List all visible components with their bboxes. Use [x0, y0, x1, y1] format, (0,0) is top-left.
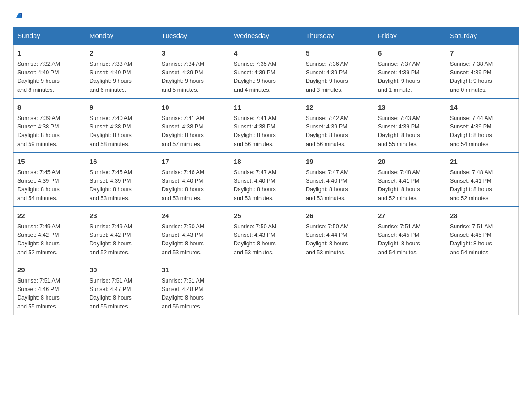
calendar-day-cell: [302, 261, 374, 315]
day-info: Sunrise: 7:49 AM Sunset: 4:42 PM Dayligh…: [17, 223, 82, 257]
day-number: 13: [378, 103, 442, 113]
calendar-week-row: 29 Sunrise: 7:51 AM Sunset: 4:46 PM Dayl…: [14, 261, 519, 315]
day-number: 2: [90, 48, 154, 59]
calendar-day-cell: 20 Sunrise: 7:48 AM Sunset: 4:41 PM Dayl…: [374, 153, 446, 207]
day-number: 27: [378, 211, 442, 221]
day-info: Sunrise: 7:33 AM Sunset: 4:40 PM Dayligh…: [90, 60, 154, 95]
day-number: 19: [306, 157, 370, 167]
day-info: Sunrise: 7:48 AM Sunset: 4:41 PM Dayligh…: [378, 168, 442, 203]
day-info: Sunrise: 7:34 AM Sunset: 4:39 PM Dayligh…: [162, 60, 226, 95]
day-number: 14: [450, 103, 515, 113]
day-number: 20: [378, 157, 442, 167]
day-info: Sunrise: 7:51 AM Sunset: 4:46 PM Dayligh…: [17, 277, 82, 312]
day-info: Sunrise: 7:50 AM Sunset: 4:43 PM Dayligh…: [162, 223, 226, 257]
calendar-day-cell: 16 Sunrise: 7:45 AM Sunset: 4:39 PM Dayl…: [86, 153, 158, 207]
day-info: Sunrise: 7:48 AM Sunset: 4:41 PM Dayligh…: [450, 168, 515, 203]
calendar-day-cell: 10 Sunrise: 7:41 AM Sunset: 4:38 PM Dayl…: [158, 98, 230, 153]
day-info: Sunrise: 7:41 AM Sunset: 4:38 PM Dayligh…: [162, 114, 226, 149]
day-info: Sunrise: 7:43 AM Sunset: 4:39 PM Dayligh…: [378, 114, 442, 149]
calendar-day-cell: 11 Sunrise: 7:41 AM Sunset: 4:38 PM Dayl…: [230, 98, 302, 153]
calendar-day-cell: 8 Sunrise: 7:39 AM Sunset: 4:38 PM Dayli…: [14, 98, 86, 153]
day-info: Sunrise: 7:51 AM Sunset: 4:45 PM Dayligh…: [450, 223, 515, 257]
logo: [13, 9, 24, 18]
day-number: 4: [234, 48, 298, 59]
calendar-day-cell: [446, 261, 519, 315]
day-info: Sunrise: 7:51 AM Sunset: 4:48 PM Dayligh…: [162, 277, 226, 312]
calendar-day-cell: 26 Sunrise: 7:50 AM Sunset: 4:44 PM Dayl…: [302, 207, 374, 261]
day-number: 6: [378, 48, 442, 59]
day-info: Sunrise: 7:46 AM Sunset: 4:40 PM Dayligh…: [162, 168, 226, 203]
day-number: 31: [162, 265, 226, 275]
day-info: Sunrise: 7:41 AM Sunset: 4:38 PM Dayligh…: [234, 114, 298, 149]
calendar-day-cell: 18 Sunrise: 7:47 AM Sunset: 4:40 PM Dayl…: [230, 153, 302, 207]
day-info: Sunrise: 7:37 AM Sunset: 4:39 PM Dayligh…: [378, 60, 442, 95]
calendar-day-cell: 29 Sunrise: 7:51 AM Sunset: 4:46 PM Dayl…: [14, 261, 86, 315]
calendar-day-cell: 1 Sunrise: 7:32 AM Sunset: 4:40 PM Dayli…: [14, 44, 86, 98]
calendar-day-cell: 19 Sunrise: 7:47 AM Sunset: 4:40 PM Dayl…: [302, 153, 374, 207]
day-of-week-header: Friday: [374, 27, 446, 45]
day-number: 15: [17, 157, 82, 167]
day-info: Sunrise: 7:39 AM Sunset: 4:38 PM Dayligh…: [17, 114, 82, 149]
calendar-day-cell: 4 Sunrise: 7:35 AM Sunset: 4:39 PM Dayli…: [230, 44, 302, 98]
logo-triangle-icon: [14, 10, 24, 20]
day-number: 3: [162, 48, 226, 59]
day-info: Sunrise: 7:38 AM Sunset: 4:39 PM Dayligh…: [450, 60, 515, 95]
calendar-week-row: 22 Sunrise: 7:49 AM Sunset: 4:42 PM Dayl…: [14, 207, 519, 261]
day-info: Sunrise: 7:35 AM Sunset: 4:39 PM Dayligh…: [234, 60, 298, 95]
day-number: 8: [17, 103, 82, 113]
day-info: Sunrise: 7:49 AM Sunset: 4:42 PM Dayligh…: [90, 223, 154, 257]
day-number: 16: [90, 157, 154, 167]
calendar-day-cell: 25 Sunrise: 7:50 AM Sunset: 4:43 PM Dayl…: [230, 207, 302, 261]
day-number: 11: [234, 103, 298, 113]
calendar-day-cell: [230, 261, 302, 315]
day-of-week-header: Saturday: [446, 27, 519, 45]
calendar-day-cell: 6 Sunrise: 7:37 AM Sunset: 4:39 PM Dayli…: [374, 44, 446, 98]
day-of-week-header: Thursday: [302, 27, 374, 45]
day-number: 24: [162, 211, 226, 221]
day-info: Sunrise: 7:50 AM Sunset: 4:43 PM Dayligh…: [234, 223, 298, 257]
day-number: 22: [17, 211, 82, 221]
calendar-week-row: 1 Sunrise: 7:32 AM Sunset: 4:40 PM Dayli…: [14, 44, 519, 98]
day-of-week-header: Monday: [86, 27, 158, 45]
page-header: [13, 9, 519, 18]
calendar-day-cell: 9 Sunrise: 7:40 AM Sunset: 4:38 PM Dayli…: [86, 98, 158, 153]
day-info: Sunrise: 7:36 AM Sunset: 4:39 PM Dayligh…: [306, 60, 370, 95]
day-number: 30: [90, 265, 154, 275]
day-number: 9: [90, 103, 154, 113]
day-info: Sunrise: 7:50 AM Sunset: 4:44 PM Dayligh…: [306, 223, 370, 257]
calendar-day-cell: [374, 261, 446, 315]
calendar-header-row: SundayMondayTuesdayWednesdayThursdayFrid…: [14, 27, 519, 45]
calendar-day-cell: 22 Sunrise: 7:49 AM Sunset: 4:42 PM Dayl…: [14, 207, 86, 261]
day-info: Sunrise: 7:44 AM Sunset: 4:39 PM Dayligh…: [450, 114, 515, 149]
calendar-day-cell: 2 Sunrise: 7:33 AM Sunset: 4:40 PM Dayli…: [86, 44, 158, 98]
calendar-day-cell: 12 Sunrise: 7:42 AM Sunset: 4:39 PM Dayl…: [302, 98, 374, 153]
calendar-day-cell: 5 Sunrise: 7:36 AM Sunset: 4:39 PM Dayli…: [302, 44, 374, 98]
day-number: 29: [17, 265, 82, 275]
day-number: 10: [162, 103, 226, 113]
day-number: 23: [90, 211, 154, 221]
day-info: Sunrise: 7:32 AM Sunset: 4:40 PM Dayligh…: [17, 60, 82, 95]
calendar-week-row: 15 Sunrise: 7:45 AM Sunset: 4:39 PM Dayl…: [14, 153, 519, 207]
calendar-table: SundayMondayTuesdayWednesdayThursdayFrid…: [13, 27, 519, 315]
day-info: Sunrise: 7:51 AM Sunset: 4:47 PM Dayligh…: [90, 277, 154, 312]
calendar-day-cell: 14 Sunrise: 7:44 AM Sunset: 4:39 PM Dayl…: [446, 98, 519, 153]
calendar-day-cell: 7 Sunrise: 7:38 AM Sunset: 4:39 PM Dayli…: [446, 44, 519, 98]
calendar-day-cell: 15 Sunrise: 7:45 AM Sunset: 4:39 PM Dayl…: [14, 153, 86, 207]
day-of-week-header: Wednesday: [230, 27, 302, 45]
calendar-day-cell: 3 Sunrise: 7:34 AM Sunset: 4:39 PM Dayli…: [158, 44, 230, 98]
calendar-day-cell: 13 Sunrise: 7:43 AM Sunset: 4:39 PM Dayl…: [374, 98, 446, 153]
day-info: Sunrise: 7:47 AM Sunset: 4:40 PM Dayligh…: [234, 168, 298, 203]
calendar-day-cell: 31 Sunrise: 7:51 AM Sunset: 4:48 PM Dayl…: [158, 261, 230, 315]
calendar-day-cell: 17 Sunrise: 7:46 AM Sunset: 4:40 PM Dayl…: [158, 153, 230, 207]
calendar-day-cell: 24 Sunrise: 7:50 AM Sunset: 4:43 PM Dayl…: [158, 207, 230, 261]
day-info: Sunrise: 7:47 AM Sunset: 4:40 PM Dayligh…: [306, 168, 370, 203]
day-number: 28: [450, 211, 515, 221]
calendar-day-cell: 23 Sunrise: 7:49 AM Sunset: 4:42 PM Dayl…: [86, 207, 158, 261]
day-number: 25: [234, 211, 298, 221]
calendar-day-cell: 30 Sunrise: 7:51 AM Sunset: 4:47 PM Dayl…: [86, 261, 158, 315]
day-number: 18: [234, 157, 298, 167]
calendar-day-cell: 28 Sunrise: 7:51 AM Sunset: 4:45 PM Dayl…: [446, 207, 519, 261]
day-number: 26: [306, 211, 370, 221]
day-number: 5: [306, 48, 370, 59]
calendar-day-cell: 27 Sunrise: 7:51 AM Sunset: 4:45 PM Dayl…: [374, 207, 446, 261]
